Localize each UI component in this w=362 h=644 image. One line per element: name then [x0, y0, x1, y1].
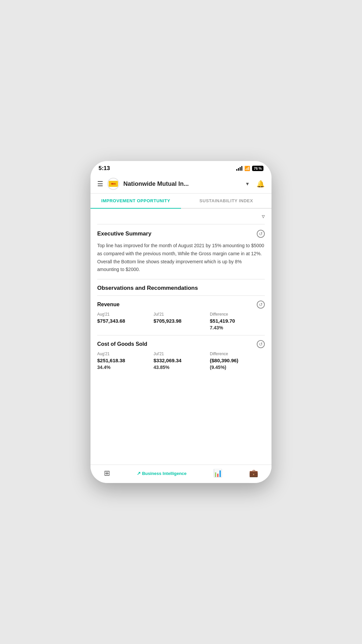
revenue-section: Revenue Aug'21 $757,343.68 Jul'21 $705,9…	[90, 296, 272, 335]
cogs-title: Cost of Goods Sold	[97, 341, 147, 347]
revenue-col2: Jul'21 $705,923.98	[154, 312, 208, 330]
midas-logo-image	[109, 181, 118, 187]
filter-row: ▿	[90, 209, 272, 224]
cogs-columns: Aug'21 $251,618.38 34.4% Jul'21 $332,069…	[97, 352, 265, 370]
revenue-col1-value: $757,343.68	[97, 318, 152, 324]
tab-sustainability-index[interactable]: SUSTAINABILITY INDEX	[181, 194, 272, 208]
cogs-header: Cost of Goods Sold	[97, 340, 265, 348]
trend-icon: ↗	[137, 471, 141, 476]
tab-improvement-opportunity[interactable]: IMPROVEMENT OPPORTUNITY	[90, 194, 181, 208]
signal-icon	[236, 166, 242, 171]
cogs-col3-value: ($80,390.96)	[210, 358, 265, 363]
bottom-nav: ⊞ ↗ Business Intelligence 📊 💼	[90, 465, 272, 483]
executive-summary-history-icon[interactable]	[257, 230, 265, 238]
status-icons: 📶 76 %	[236, 166, 263, 171]
wifi-icon: 📶	[244, 166, 250, 171]
cogs-col1: Aug'21 $251,618.38 34.4%	[97, 352, 152, 370]
cogs-col3-percent: (9.45%)	[210, 365, 265, 370]
battery-indicator: 76 %	[252, 166, 263, 171]
cogs-col1-value: $251,618.38	[97, 358, 152, 363]
cogs-section: Cost of Goods Sold Aug'21 $251,618.38 34…	[90, 335, 272, 375]
bottom-nav-dashboard[interactable]: ⊞	[104, 469, 110, 478]
observations-title: Observations and Recommendations	[90, 279, 272, 296]
revenue-columns: Aug'21 $757,343.68 Jul'21 $705,923.98 Di…	[97, 312, 265, 330]
briefcase-icon: 💼	[249, 469, 258, 478]
nav-header: ☰ Nationwide Mutual In... ▼ 🔔	[90, 174, 272, 194]
executive-summary-text: Top line has improved for the month of A…	[97, 242, 265, 274]
executive-summary-title: Executive Summary	[97, 230, 152, 237]
cogs-col1-label: Aug'21	[97, 352, 152, 356]
bottom-nav-briefcase[interactable]: 💼	[249, 469, 258, 478]
main-content: ▿ Executive Summary Top line has improve…	[90, 209, 272, 470]
executive-summary-section: Executive Summary Top line has improved …	[90, 224, 272, 279]
status-time: 5:13	[99, 165, 110, 172]
executive-summary-header: Executive Summary	[97, 230, 265, 238]
revenue-col2-label: Jul'21	[154, 312, 208, 317]
revenue-col3: Difference $51,419.70 7.43%	[210, 312, 265, 330]
cogs-col2-percent: 43.85%	[154, 365, 208, 370]
dashboard-icon: ⊞	[104, 469, 110, 478]
status-bar: 5:13 📶 76 %	[90, 161, 272, 174]
phone-frame: 5:13 📶 76 % ☰ Nationwide Mutual In... ▼ …	[90, 161, 272, 483]
bottom-nav-business-intelligence[interactable]: ↗ Business Intelligence	[137, 471, 187, 476]
brand-logo	[107, 178, 119, 190]
filter-icon[interactable]: ▿	[262, 213, 265, 220]
cogs-col2: Jul'21 $332,069.34 43.85%	[154, 352, 208, 370]
dropdown-arrow-icon[interactable]: ▼	[245, 181, 250, 186]
revenue-col3-value: $51,419.70	[210, 318, 265, 324]
revenue-history-icon[interactable]	[257, 301, 265, 309]
business-intelligence-label: ↗ Business Intelligence	[137, 471, 187, 476]
cogs-col3: Difference ($80,390.96) (9.45%)	[210, 352, 265, 370]
cogs-col1-percent: 34.4%	[97, 365, 152, 370]
revenue-col3-percent: 7.43%	[210, 325, 265, 330]
cogs-col2-label: Jul'21	[154, 352, 208, 356]
tabs-bar: IMPROVEMENT OPPORTUNITY SUSTAINABILITY I…	[90, 194, 272, 209]
nav-title: Nationwide Mutual In...	[123, 180, 241, 187]
revenue-header: Revenue	[97, 301, 265, 309]
revenue-col1: Aug'21 $757,343.68	[97, 312, 152, 330]
cogs-col2-value: $332,069.34	[154, 358, 208, 363]
revenue-title: Revenue	[97, 302, 120, 308]
bottom-nav-chart[interactable]: 📊	[213, 469, 222, 478]
cogs-col3-label: Difference	[210, 352, 265, 356]
hamburger-menu-icon[interactable]: ☰	[97, 180, 103, 188]
chart-icon: 📊	[213, 469, 222, 478]
notification-bell-icon[interactable]: 🔔	[256, 180, 265, 188]
revenue-col3-label: Difference	[210, 312, 265, 317]
revenue-col1-label: Aug'21	[97, 312, 152, 317]
cogs-history-icon[interactable]	[257, 340, 265, 348]
revenue-col2-value: $705,923.98	[154, 318, 208, 324]
